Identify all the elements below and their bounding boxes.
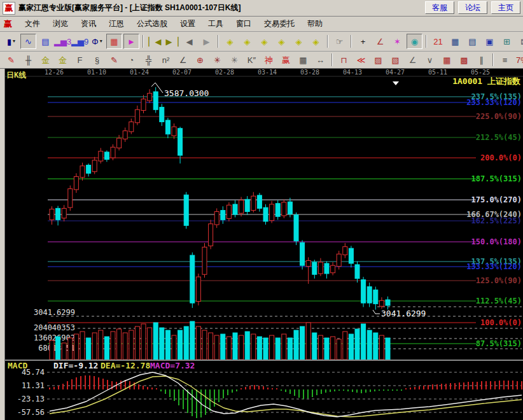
price-grid-2-icon[interactable]: ▩ <box>456 52 472 67</box>
diamond-star-icon[interactable]: ◈ <box>274 34 289 49</box>
candle-body <box>104 152 109 160</box>
candle-body <box>300 242 305 265</box>
nav-last-icon[interactable]: ▶▕ <box>164 34 180 49</box>
menu-item-1[interactable]: 浏览 <box>46 17 74 31</box>
calculator-icon[interactable]: ▦ <box>447 34 463 49</box>
draw-pencil-2-icon[interactable]: ✎ <box>106 52 122 67</box>
forum-button[interactable]: 论坛 <box>458 1 487 14</box>
customer-service-button[interactable]: 客服 <box>425 1 454 14</box>
menu-bar: 赢 文件浏览资讯江恩公式选股设置工具窗口交易委托帮助 <box>0 17 523 32</box>
gann-target-icon[interactable]: ⊕ <box>192 52 208 67</box>
candle-body <box>135 109 139 123</box>
candle-body <box>117 138 122 148</box>
dense-grid-icon[interactable]: ╬ <box>141 52 157 67</box>
volume-bar <box>111 332 115 360</box>
price-grid-1-icon[interactable]: ▦ <box>439 52 455 67</box>
stats-list-icon[interactable]: ≡ <box>497 52 513 67</box>
volume-bar <box>257 337 262 360</box>
formula-alert-icon[interactable]: ▦ <box>106 34 122 49</box>
gann-flower-icon[interactable]: ✶ <box>389 34 405 49</box>
chart-area[interactable]: 12-2601-1001-2402-0702-2803-1403-2804-13… <box>0 69 523 420</box>
time-cycle-icon[interactable]: ◔ <box>123 52 139 67</box>
menu-item-9[interactable]: 帮助 <box>301 17 329 31</box>
intraday-chart-icon[interactable]: ∿ <box>20 34 36 49</box>
date-tick-label: 12-26 <box>45 69 64 76</box>
percent-z-icon[interactable]: 7% <box>514 52 523 67</box>
menu-item-8[interactable]: 交易委托 <box>258 17 301 31</box>
gann-fan-icon[interactable]: ≪ <box>353 52 369 67</box>
candle-body <box>148 94 152 101</box>
gann-level-label: 133.33%(120) <box>466 262 522 271</box>
toolbar-separator <box>143 35 144 48</box>
web-chart-1-icon[interactable]: ✳ <box>209 52 225 67</box>
menu-item-5[interactable]: 设置 <box>174 17 202 31</box>
spiral-tool-icon[interactable]: § <box>89 52 105 67</box>
width-measure-icon[interactable]: ↔ <box>312 52 328 67</box>
diamond-h-icon[interactable]: ◈ <box>291 34 307 49</box>
shen-tool-icon[interactable]: 神 <box>261 52 277 67</box>
gann-grid-icon[interactable]: ╫ <box>20 52 36 67</box>
draw-pencil-icon[interactable]: ✎ <box>3 52 19 67</box>
trend-angle-icon[interactable]: ∠ <box>405 52 421 67</box>
zigzag-tool-icon[interactable]: ∨ <box>422 52 438 67</box>
angle-tool-icon[interactable]: ∠ <box>372 34 388 49</box>
angle-ruler-icon[interactable]: ∠ <box>175 52 191 67</box>
fib-tool-icon[interactable]: F <box>72 52 88 67</box>
menu-item-7[interactable]: 窗口 <box>230 17 258 31</box>
calendar-21-icon[interactable]: 21 <box>430 34 446 49</box>
menu-item-6[interactable]: 工具 <box>202 17 230 31</box>
report-pad-icon[interactable]: ▤ <box>464 34 480 49</box>
volume-bars-9-icon[interactable]: ▂▅9 <box>72 34 88 49</box>
macd-dea-value: DEA=-12.78 <box>101 361 150 370</box>
gann-box-icon[interactable]: ⊓ <box>336 52 352 67</box>
volume-bar <box>190 321 195 360</box>
period-selector-icon[interactable]: ▮▾ <box>3 34 19 49</box>
candle-body <box>367 286 372 303</box>
diamond-left-icon[interactable]: ◈ <box>222 34 238 49</box>
diamond-right-icon[interactable]: ◈ <box>239 34 255 49</box>
date-tick-label: 02-07 <box>172 69 192 76</box>
nav-next-icon[interactable]: ▶ <box>199 34 214 49</box>
window-title: 赢家江恩专业版[赢家服务平台] - [上证指数 SH1A0001-107日K线] <box>18 3 421 13</box>
volume-bars-3-icon[interactable]: ▂▅3 <box>55 34 71 49</box>
save-icon[interactable]: ▣ <box>482 34 498 49</box>
web-chart-2-icon[interactable]: ✳ <box>227 52 242 67</box>
volume-bar <box>367 330 372 360</box>
golden-ratio-2-icon[interactable]: 金 <box>55 52 71 67</box>
volume-bar <box>123 333 127 360</box>
channel-tool-icon[interactable]: ∥ <box>473 52 489 67</box>
nav-prev-icon[interactable]: ◀ <box>181 34 197 49</box>
kline-mark-icon[interactable]: K″ <box>244 52 260 67</box>
date-tick-label: 02-28 <box>215 69 234 76</box>
diamond-plus-icon[interactable]: ◈ <box>256 34 272 49</box>
candle-style-icon[interactable]: Φ▾ <box>89 34 105 49</box>
hand-tool-icon[interactable]: ☞ <box>331 34 347 49</box>
ying-tool-icon[interactable]: 赢 <box>278 52 294 67</box>
date-tick-label: 01-24 <box>130 69 149 76</box>
square-of-nine-icon[interactable]: n² <box>158 52 174 67</box>
candle-body <box>349 248 353 263</box>
chart-canvas[interactable]: 12-2601-1001-2402-0702-2803-1403-2804-13… <box>0 69 523 420</box>
menu-item-2[interactable]: 资讯 <box>74 17 102 31</box>
menu-item-0[interactable]: 文件 <box>18 17 46 31</box>
gann-level-label: 200.0%(0) <box>480 153 522 162</box>
export-icon[interactable]: ⊞ <box>499 34 515 49</box>
fan-box-2-icon[interactable]: ▧ <box>387 52 403 67</box>
info-note-icon[interactable]: ▤ <box>38 34 53 49</box>
smart-mode-icon[interactable]: ◉ <box>407 34 422 49</box>
date-tick-label: 03-14 <box>258 69 277 76</box>
crosshair-icon[interactable]: + <box>355 34 371 49</box>
volume-bar <box>251 334 256 360</box>
volume-bar <box>202 330 207 360</box>
diamond-v-icon[interactable]: ◈ <box>308 34 324 49</box>
golden-ratio-1-icon[interactable]: 金 <box>38 52 53 67</box>
number-grid-icon[interactable]: ▦ <box>295 52 311 67</box>
fan-box-1-icon[interactable]: ▨ <box>370 52 386 67</box>
volume-bar <box>221 334 225 360</box>
nav-first-icon[interactable]: ▏◀ <box>147 34 163 49</box>
home-button[interactable]: 主页 <box>491 1 520 14</box>
transfer-icon[interactable]: ⊠ <box>516 34 523 49</box>
menu-item-4[interactable]: 公式选股 <box>130 17 174 31</box>
menu-item-3[interactable]: 江恩 <box>102 17 130 31</box>
color-flag-icon[interactable]: ► <box>123 34 139 49</box>
